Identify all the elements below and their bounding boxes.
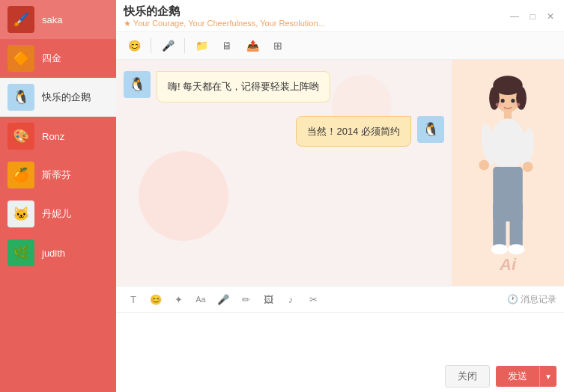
- toolbar-folder[interactable]: 📁: [191, 37, 212, 55]
- send-button[interactable]: 发送: [496, 366, 539, 387]
- avatar-sijin: 🔶: [7, 45, 34, 72]
- svg-rect-11: [493, 202, 506, 247]
- close-button[interactable]: 关闭: [445, 365, 490, 388]
- input-tool-emoji[interactable]: 😊: [146, 291, 166, 307]
- toolbar-screen[interactable]: 🖥: [216, 37, 237, 55]
- input-tool-image[interactable]: 🖼: [258, 291, 278, 307]
- avatar-ronz: 🎨: [7, 123, 34, 150]
- sidebar-item-saka[interactable]: 🖌️saka: [0, 0, 116, 39]
- window-controls: — □ ✕: [509, 10, 557, 22]
- input-tool-text[interactable]: T: [124, 291, 143, 307]
- sidebar-item-judith[interactable]: 🌿judith: [0, 233, 116, 272]
- bubble-left-1: 嗨! 每天都在飞，记得要轻装上阵哟: [157, 71, 330, 102]
- input-tool-music[interactable]: ♪: [281, 291, 300, 307]
- toolbar-sep-1: [151, 38, 151, 53]
- toolbar-mic[interactable]: 🎤: [157, 37, 178, 55]
- title-bar: 快乐的企鹅 ★ Your Courage, Your Cheerfulness,…: [116, 0, 564, 32]
- sidebar-name-saka: saka: [42, 14, 62, 25]
- svg-point-18: [514, 102, 521, 106]
- sidebar-name-penguin: 快乐的企鹅: [42, 91, 91, 104]
- input-tool-font[interactable]: Aa: [191, 291, 210, 307]
- msg-text-2: 当然！2014 必须简约: [307, 126, 400, 137]
- msg-avatar-right: 🐧: [417, 116, 444, 143]
- chat-area: 🐧 嗨! 每天都在飞，记得要轻装上阵哟 🐧 当然！2014 必须简约: [116, 60, 452, 286]
- input-tool-edit[interactable]: ✏: [236, 291, 255, 307]
- sidebar-name-danjier: 丹妮儿: [42, 207, 71, 221]
- input-tool-scissors[interactable]: ✂: [303, 291, 323, 307]
- decor-circle-1: [139, 151, 228, 241]
- sidebar-name-siting: 斯蒂芬: [42, 168, 71, 182]
- toolbar-sep-2: [184, 38, 185, 53]
- svg-rect-12: [510, 202, 523, 247]
- svg-point-14: [508, 244, 524, 254]
- avatar-saka: 🖌️: [7, 6, 34, 33]
- svg-point-17: [496, 102, 503, 106]
- ai-label: Ai: [500, 255, 516, 275]
- sidebar-name-ronz: Ronz: [42, 131, 64, 142]
- avatar-judith: 🌿: [7, 239, 34, 266]
- svg-rect-4: [504, 111, 512, 118]
- toolbar-apps[interactable]: ⊞: [267, 37, 288, 55]
- svg-point-8: [479, 160, 489, 171]
- maximize-button[interactable]: □: [527, 10, 539, 22]
- chat-toolbar: 😊 🎤 📁 🖥 📤 ⊞: [116, 32, 564, 60]
- message-row-2: 🐧 当然！2014 必须简约: [124, 116, 444, 147]
- girl-figure: [459, 67, 557, 286]
- title-bar-left: 快乐的企鹅 ★ Your Courage, Your Cheerfulness,…: [124, 4, 325, 28]
- sidebar-item-danjier[interactable]: 🐱丹妮儿: [0, 195, 116, 233]
- input-toolbar: T 😊 ✦ Aa 🎤 ✏ 🖼 ♪ ✂ 🕐 消息记录: [116, 287, 564, 313]
- input-section: T 😊 ✦ Aa 🎤 ✏ 🖼 ♪ ✂ 🕐 消息记录 关闭 发送 ▼: [116, 286, 564, 392]
- svg-point-16: [511, 99, 515, 102]
- message-input[interactable]: [116, 313, 564, 358]
- chat-title: 快乐的企鹅: [124, 4, 325, 19]
- sidebar-item-ronz[interactable]: 🎨Ronz: [0, 117, 116, 156]
- history-label: 消息记录: [521, 293, 557, 306]
- sidebar: 🖌️saka🔶四金🐧快乐的企鹅🎨Ronz🍊斯蒂芬🐱丹妮儿🌿judith: [0, 0, 116, 392]
- send-dropdown-button[interactable]: ▼: [539, 366, 557, 387]
- avatar-penguin: 🐧: [7, 84, 34, 111]
- svg-point-5: [490, 119, 526, 171]
- right-panel: Ai: [452, 60, 564, 286]
- msg-text-1: 嗨! 每天都在飞，记得要轻装上阵哟: [168, 81, 319, 92]
- sidebar-name-judith: judith: [42, 248, 65, 259]
- toolbar-send-file[interactable]: 📤: [242, 37, 263, 55]
- bubble-right-1: 当然！2014 必须简约: [296, 116, 411, 147]
- main-window: 快乐的企鹅 ★ Your Courage, Your Cheerfulness,…: [116, 0, 564, 392]
- minimize-button[interactable]: —: [509, 10, 521, 22]
- send-button-group: 发送 ▼: [496, 366, 557, 387]
- history-link[interactable]: 🕐 消息记录: [507, 293, 557, 306]
- message-row-1: 🐧 嗨! 每天都在飞，记得要轻装上阵哟: [124, 71, 444, 102]
- sidebar-item-penguin[interactable]: 🐧快乐的企鹅: [0, 78, 116, 117]
- svg-point-15: [501, 99, 505, 102]
- input-tool-star[interactable]: ✦: [169, 291, 188, 307]
- avatar-siting: 🍊: [7, 162, 34, 189]
- svg-point-13: [491, 244, 508, 254]
- close-window-button[interactable]: ✕: [545, 10, 557, 22]
- toolbar-emoji-face[interactable]: 😊: [124, 37, 145, 55]
- sidebar-item-sijin[interactable]: 🔶四金: [0, 39, 116, 78]
- avatar-danjier: 🐱: [7, 200, 34, 227]
- input-actions: 关闭 发送 ▼: [116, 361, 564, 392]
- msg-avatar-left: 🐧: [124, 71, 151, 98]
- sidebar-item-siting[interactable]: 🍊斯蒂芬: [0, 156, 116, 195]
- chat-subtitle: ★ Your Courage, Your Cheerfulness, Your …: [124, 19, 325, 28]
- input-tool-mic[interactable]: 🎤: [213, 291, 233, 307]
- sidebar-name-sijin: 四金: [42, 52, 61, 65]
- svg-point-9: [523, 162, 533, 172]
- clock-icon: 🕐: [507, 294, 518, 304]
